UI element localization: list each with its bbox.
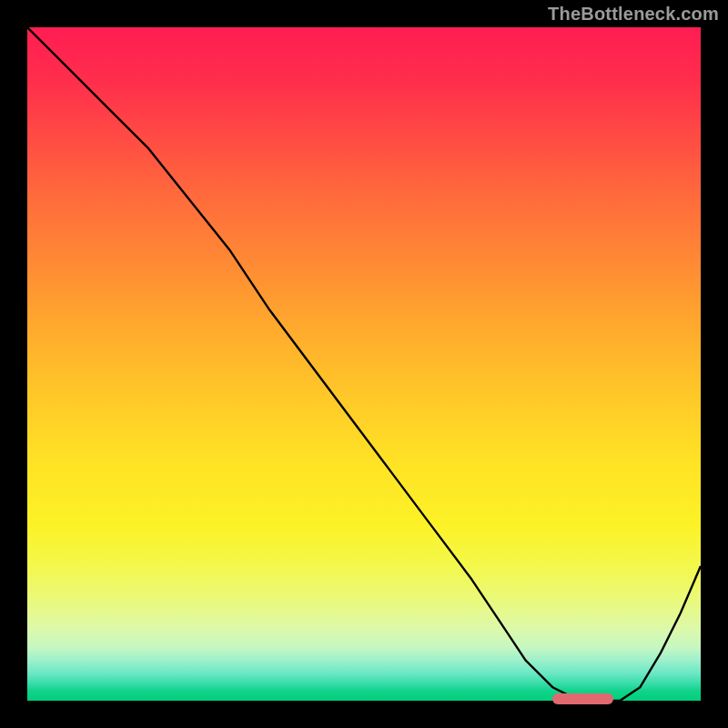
watermark-text: TheBottleneck.com <box>548 4 719 25</box>
bottleneck-curve-line <box>27 27 701 701</box>
plot-area <box>27 27 701 701</box>
minimum-marker <box>552 693 613 704</box>
chart-canvas: TheBottleneck.com <box>0 0 728 728</box>
curve-layer <box>27 27 701 701</box>
